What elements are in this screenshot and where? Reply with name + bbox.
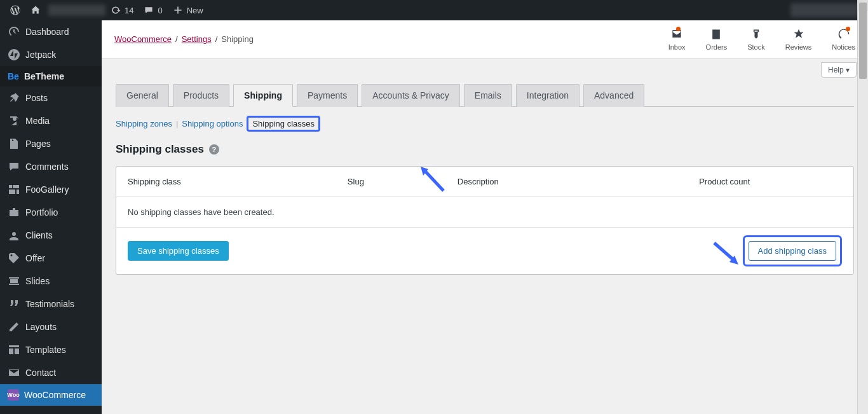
table-footer: Save shipping classes Add shipping class [116, 228, 853, 274]
layouts-icon [8, 321, 20, 333]
comments-indicator[interactable]: 0 [139, 0, 167, 20]
svg-point-0 [8, 49, 20, 60]
notices-label: Notices [832, 43, 855, 51]
updates-count: 14 [125, 6, 133, 15]
sidebar-label: Posts [25, 93, 48, 103]
sidebar-label: FooGallery [25, 184, 69, 195]
sidebar-item-woocommerce[interactable]: WooWooCommerce [0, 384, 102, 406]
table-header-row: Shipping class Slug Description Product … [116, 167, 853, 197]
breadcrumb-settings[interactable]: Settings [182, 34, 212, 44]
sidebar-item-dashboard[interactable]: Dashboard [0, 20, 102, 43]
sidebar-label: Comments [25, 162, 69, 172]
sidebar-label: Offer [25, 253, 45, 263]
orders-label: Orders [706, 43, 728, 51]
sidebar-item-foogallery[interactable]: FooGallery [0, 178, 102, 201]
inbox-label: Inbox [668, 43, 686, 51]
tab-accounts-privacy[interactable]: Accounts & Privacy [362, 84, 460, 107]
subtab-classes[interactable]: Shipping classes [247, 116, 320, 132]
sidebar-item-templates[interactable]: Templates [0, 338, 102, 361]
col-description: Description [458, 177, 699, 186]
col-product-count: Product count [699, 177, 842, 186]
sidebar-item-comments[interactable]: Comments [0, 155, 102, 178]
sidebar-label: Testimonials [25, 299, 74, 309]
sidebar-label: Contact [25, 368, 56, 378]
subtab-zones[interactable]: Shipping zones [116, 119, 172, 128]
new-content[interactable]: New [168, 0, 208, 20]
betheme-icon: Be [8, 71, 19, 81]
col-slug: Slug [348, 177, 458, 186]
sidebar-label: Templates [25, 345, 66, 355]
sidebar-item-layouts[interactable]: Layouts [0, 315, 102, 338]
sidebar-item-testimonials[interactable]: Testimonials [0, 293, 102, 315]
help-icon[interactable]: ? [209, 144, 219, 155]
inbox-button[interactable]: Inbox [668, 28, 686, 51]
wp-logo[interactable] [5, 0, 25, 20]
stock-button[interactable]: Stock [747, 28, 765, 51]
shipping-subtabs: Shipping zones | Shipping options Shippi… [116, 116, 854, 132]
scrollbar[interactable] [857, 0, 868, 414]
save-shipping-classes-button[interactable]: Save shipping classes [128, 241, 229, 261]
admin-bar: 14 0 New [0, 0, 868, 20]
tab-payments[interactable]: Payments [297, 84, 358, 107]
sidebar-label: Dashboard [25, 27, 69, 37]
orders-button[interactable]: Orders [706, 28, 728, 51]
help-button[interactable]: Help ▾ [821, 62, 857, 78]
section-title-text: Shipping classes [116, 143, 204, 156]
section-title: Shipping classes ? [116, 143, 854, 156]
dashboard-icon [8, 25, 20, 38]
woocommerce-icon: Woo [8, 389, 19, 401]
sidebar-label: Layouts [25, 322, 57, 332]
pin-icon [8, 92, 20, 104]
portfolio-icon [8, 206, 20, 219]
tab-emails[interactable]: Emails [464, 84, 512, 107]
updates-indicator[interactable]: 14 [105, 0, 139, 20]
media-icon [8, 114, 20, 127]
table-empty-row: No shipping classes have been created. [116, 197, 853, 228]
top-strip: WooCommerce / Settings / Shipping Inbox … [102, 20, 868, 59]
sidebar-item-jetpack[interactable]: Jetpack [0, 43, 102, 66]
scrollbar-thumb[interactable] [859, 3, 867, 79]
sidebar-label: Jetpack [25, 50, 56, 60]
breadcrumb-current: Shipping [221, 34, 254, 44]
comments-count: 0 [158, 6, 162, 15]
page-icon [8, 137, 20, 150]
sidebar-label: Clients [25, 230, 53, 240]
sidebar-label: WooCommerce [24, 390, 86, 400]
sidebar-item-media[interactable]: Media [0, 109, 102, 132]
tab-products[interactable]: Products [173, 84, 229, 107]
sidebar-item-contact[interactable]: Contact [0, 361, 102, 384]
content-area: WooCommerce / Settings / Shipping Inbox … [102, 20, 868, 414]
clients-icon [8, 229, 20, 242]
home-icon[interactable] [25, 0, 46, 20]
sidebar-item-slides[interactable]: Slides [0, 270, 102, 293]
breadcrumb: WooCommerce / Settings / Shipping [114, 34, 254, 44]
sidebar-item-clients[interactable]: Clients [0, 224, 102, 247]
breadcrumb-woocommerce[interactable]: WooCommerce [114, 34, 172, 44]
tab-advanced[interactable]: Advanced [583, 84, 644, 107]
slides-icon [8, 275, 20, 287]
quote-icon [8, 298, 20, 310]
sidebar-item-betheme[interactable]: BeBeTheme [0, 66, 102, 86]
shipping-classes-table: Shipping class Slug Description Product … [116, 166, 854, 275]
tab-general[interactable]: General [116, 84, 169, 107]
empty-message: No shipping classes have been created. [128, 207, 842, 217]
sidebar-item-posts[interactable]: Posts [0, 86, 102, 109]
subtab-options[interactable]: Shipping options [182, 119, 243, 128]
contact-icon [8, 366, 20, 379]
sidebar-label: Pages [25, 139, 51, 149]
sidebar-item-offer[interactable]: Offer [0, 247, 102, 270]
col-shipping-class: Shipping class [128, 177, 348, 186]
new-label: New [187, 6, 203, 15]
tab-integration[interactable]: Integration [516, 84, 580, 107]
sidebar-item-portfolio[interactable]: Portfolio [0, 201, 102, 224]
add-shipping-class-button[interactable]: Add shipping class [749, 241, 836, 261]
sidebar-label: BeTheme [24, 71, 64, 81]
notices-button[interactable]: Notices [832, 28, 855, 51]
settings-tabs: General Products Shipping Payments Accou… [116, 84, 854, 107]
sidebar-label: Portfolio [25, 207, 58, 217]
reviews-button[interactable]: Reviews [785, 28, 812, 51]
templates-icon [8, 343, 20, 356]
tab-shipping[interactable]: Shipping [233, 84, 293, 107]
sidebar-item-pages[interactable]: Pages [0, 132, 102, 155]
stock-label: Stock [747, 43, 765, 51]
